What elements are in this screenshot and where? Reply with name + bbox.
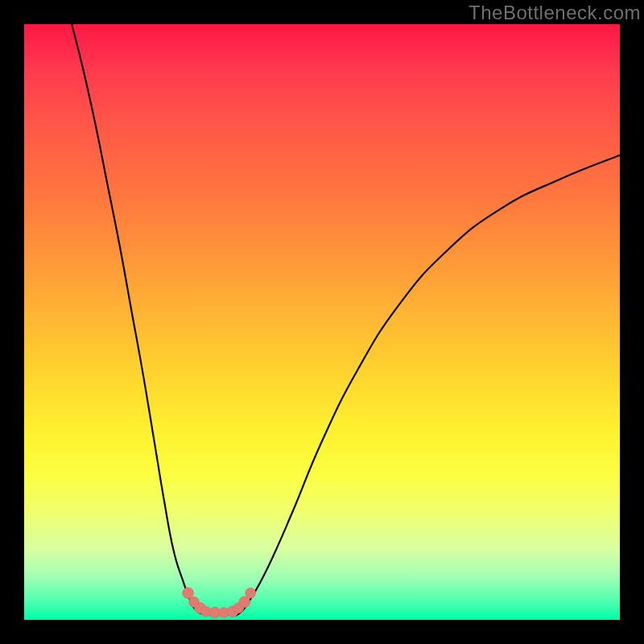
- bottleneck-curve: [72, 24, 620, 616]
- plot-area: [24, 24, 620, 620]
- curve-svg: [24, 24, 620, 620]
- sample-markers: [183, 588, 256, 618]
- marker-dot: [246, 588, 256, 598]
- chart-frame: TheBottleneck.com: [0, 0, 644, 644]
- watermark-text: TheBottleneck.com: [469, 2, 641, 24]
